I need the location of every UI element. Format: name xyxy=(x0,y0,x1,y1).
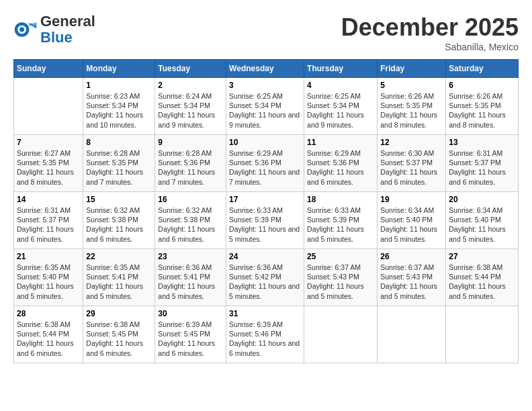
logo-general: General xyxy=(40,13,95,30)
day-info: Sunrise: 6:34 AM Sunset: 5:40 PM Dayligh… xyxy=(449,205,515,244)
day-cell: 20Sunrise: 6:34 AM Sunset: 5:40 PM Dayli… xyxy=(446,192,519,249)
week-row-3: 14Sunrise: 6:31 AM Sunset: 5:37 PM Dayli… xyxy=(14,192,519,249)
day-info: Sunrise: 6:32 AM Sunset: 5:38 PM Dayligh… xyxy=(86,205,152,244)
header-saturday: Saturday xyxy=(446,60,519,78)
logo-text: General Blue xyxy=(40,13,95,46)
day-info: Sunrise: 6:24 AM Sunset: 5:34 PM Dayligh… xyxy=(158,91,223,130)
day-cell xyxy=(304,306,378,363)
day-number: 13 xyxy=(449,138,515,147)
week-row-4: 21Sunrise: 6:35 AM Sunset: 5:40 PM Dayli… xyxy=(14,249,519,306)
day-number: 17 xyxy=(229,195,301,204)
day-number: 21 xyxy=(17,252,80,261)
day-number: 14 xyxy=(17,195,80,204)
day-cell: 19Sunrise: 6:34 AM Sunset: 5:40 PM Dayli… xyxy=(378,192,446,249)
header-monday: Monday xyxy=(83,60,155,78)
day-cell: 6Sunrise: 6:26 AM Sunset: 5:35 PM Daylig… xyxy=(446,78,519,135)
header-sunday: Sunday xyxy=(14,60,83,78)
day-info: Sunrise: 6:33 AM Sunset: 5:39 PM Dayligh… xyxy=(229,205,301,244)
day-info: Sunrise: 6:37 AM Sunset: 5:43 PM Dayligh… xyxy=(307,263,374,301)
day-number: 9 xyxy=(158,138,223,147)
day-info: Sunrise: 6:34 AM Sunset: 5:40 PM Dayligh… xyxy=(380,205,443,244)
week-row-5: 28Sunrise: 6:38 AM Sunset: 5:44 PM Dayli… xyxy=(14,306,519,363)
day-cell: 1Sunrise: 6:23 AM Sunset: 5:34 PM Daylig… xyxy=(83,78,155,135)
day-cell: 22Sunrise: 6:35 AM Sunset: 5:41 PM Dayli… xyxy=(83,249,155,306)
day-info: Sunrise: 6:29 AM Sunset: 5:36 PM Dayligh… xyxy=(307,148,374,187)
day-number: 12 xyxy=(380,138,443,147)
day-info: Sunrise: 6:37 AM Sunset: 5:43 PM Dayligh… xyxy=(380,263,443,301)
calendar-header: SundayMondayTuesdayWednesdayThursdayFrid… xyxy=(14,60,519,78)
day-info: Sunrise: 6:38 AM Sunset: 5:44 PM Dayligh… xyxy=(449,263,515,301)
day-cell xyxy=(446,306,519,363)
day-info: Sunrise: 6:25 AM Sunset: 5:34 PM Dayligh… xyxy=(229,91,301,130)
day-number: 6 xyxy=(449,81,515,90)
day-info: Sunrise: 6:23 AM Sunset: 5:34 PM Dayligh… xyxy=(86,91,152,130)
day-number: 7 xyxy=(17,138,80,147)
day-info: Sunrise: 6:36 AM Sunset: 5:41 PM Dayligh… xyxy=(158,263,223,301)
day-number: 2 xyxy=(158,81,223,90)
day-info: Sunrise: 6:38 AM Sunset: 5:45 PM Dayligh… xyxy=(86,320,152,358)
day-number: 18 xyxy=(307,195,374,204)
svg-point-2 xyxy=(19,28,24,32)
logo-icon xyxy=(13,17,38,42)
day-info: Sunrise: 6:28 AM Sunset: 5:36 PM Dayligh… xyxy=(158,148,223,187)
day-cell: 26Sunrise: 6:37 AM Sunset: 5:43 PM Dayli… xyxy=(378,249,446,306)
logo-blue: Blue xyxy=(40,30,95,46)
day-number: 16 xyxy=(158,195,223,204)
day-cell: 8Sunrise: 6:28 AM Sunset: 5:35 PM Daylig… xyxy=(83,135,155,192)
day-number: 1 xyxy=(86,81,152,90)
day-number: 5 xyxy=(380,81,443,90)
day-cell: 11Sunrise: 6:29 AM Sunset: 5:36 PM Dayli… xyxy=(304,135,378,192)
day-info: Sunrise: 6:39 AM Sunset: 5:46 PM Dayligh… xyxy=(229,320,301,358)
day-info: Sunrise: 6:29 AM Sunset: 5:36 PM Dayligh… xyxy=(229,148,301,187)
day-cell: 14Sunrise: 6:31 AM Sunset: 5:37 PM Dayli… xyxy=(14,192,83,249)
day-cell: 27Sunrise: 6:38 AM Sunset: 5:44 PM Dayli… xyxy=(446,249,519,306)
day-info: Sunrise: 6:36 AM Sunset: 5:42 PM Dayligh… xyxy=(229,263,301,301)
day-info: Sunrise: 6:28 AM Sunset: 5:35 PM Dayligh… xyxy=(86,148,152,187)
day-number: 8 xyxy=(86,138,152,147)
calendar-table: SundayMondayTuesdayWednesdayThursdayFrid… xyxy=(13,59,519,363)
day-cell: 16Sunrise: 6:32 AM Sunset: 5:38 PM Dayli… xyxy=(155,192,226,249)
week-row-1: 1Sunrise: 6:23 AM Sunset: 5:34 PM Daylig… xyxy=(14,78,519,135)
day-info: Sunrise: 6:26 AM Sunset: 5:35 PM Dayligh… xyxy=(449,91,515,130)
day-number: 31 xyxy=(229,309,301,318)
page-header: General Blue December 2025 Sabanilla, Me… xyxy=(13,13,519,52)
day-cell: 25Sunrise: 6:37 AM Sunset: 5:43 PM Dayli… xyxy=(304,249,378,306)
day-info: Sunrise: 6:35 AM Sunset: 5:40 PM Dayligh… xyxy=(17,263,80,301)
day-cell xyxy=(14,78,83,135)
day-number: 11 xyxy=(307,138,374,147)
day-number: 23 xyxy=(158,252,223,261)
day-cell: 5Sunrise: 6:26 AM Sunset: 5:35 PM Daylig… xyxy=(378,78,446,135)
day-info: Sunrise: 6:35 AM Sunset: 5:41 PM Dayligh… xyxy=(86,263,152,301)
day-cell xyxy=(378,306,446,363)
day-cell: 3Sunrise: 6:25 AM Sunset: 5:34 PM Daylig… xyxy=(226,78,304,135)
day-number: 30 xyxy=(158,309,223,318)
day-number: 3 xyxy=(229,81,301,90)
day-cell: 9Sunrise: 6:28 AM Sunset: 5:36 PM Daylig… xyxy=(155,135,226,192)
day-cell: 17Sunrise: 6:33 AM Sunset: 5:39 PM Dayli… xyxy=(226,192,304,249)
day-cell: 7Sunrise: 6:27 AM Sunset: 5:35 PM Daylig… xyxy=(14,135,83,192)
day-number: 4 xyxy=(307,81,374,90)
header-wednesday: Wednesday xyxy=(226,60,304,78)
header-friday: Friday xyxy=(378,60,446,78)
day-info: Sunrise: 6:25 AM Sunset: 5:34 PM Dayligh… xyxy=(307,91,374,130)
day-cell: 4Sunrise: 6:25 AM Sunset: 5:34 PM Daylig… xyxy=(304,78,378,135)
header-tuesday: Tuesday xyxy=(155,60,226,78)
day-info: Sunrise: 6:27 AM Sunset: 5:35 PM Dayligh… xyxy=(17,148,80,187)
day-number: 24 xyxy=(229,252,301,261)
day-info: Sunrise: 6:38 AM Sunset: 5:44 PM Dayligh… xyxy=(17,320,80,358)
day-number: 20 xyxy=(449,195,515,204)
header-thursday: Thursday xyxy=(304,60,378,78)
day-cell: 18Sunrise: 6:33 AM Sunset: 5:39 PM Dayli… xyxy=(304,192,378,249)
calendar-body: 1Sunrise: 6:23 AM Sunset: 5:34 PM Daylig… xyxy=(14,78,519,363)
day-number: 27 xyxy=(449,252,515,261)
day-info: Sunrise: 6:31 AM Sunset: 5:37 PM Dayligh… xyxy=(17,205,80,244)
day-info: Sunrise: 6:31 AM Sunset: 5:37 PM Dayligh… xyxy=(449,148,515,187)
day-cell: 24Sunrise: 6:36 AM Sunset: 5:42 PM Dayli… xyxy=(226,249,304,306)
day-number: 10 xyxy=(229,138,301,147)
day-cell: 23Sunrise: 6:36 AM Sunset: 5:41 PM Dayli… xyxy=(155,249,226,306)
header-row: SundayMondayTuesdayWednesdayThursdayFrid… xyxy=(14,60,519,78)
day-info: Sunrise: 6:33 AM Sunset: 5:39 PM Dayligh… xyxy=(307,205,374,244)
day-info: Sunrise: 6:30 AM Sunset: 5:37 PM Dayligh… xyxy=(380,148,443,187)
day-number: 19 xyxy=(380,195,443,204)
day-cell: 30Sunrise: 6:39 AM Sunset: 5:45 PM Dayli… xyxy=(155,306,226,363)
